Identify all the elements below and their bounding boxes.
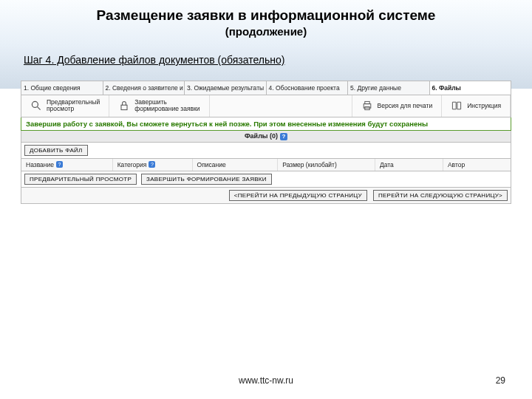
col-size-label: Размер (килобайт) [282,161,337,168]
svg-rect-2 [121,106,127,110]
svg-rect-4 [364,102,369,104]
next-page-button[interactable]: ПЕРЕЙТИ НА СЛЕДУЮЩУЮ СТРАНИЦУ> [373,190,508,201]
tab-label: 6. Файлы [432,84,461,92]
tab-applicant[interactable]: 2. Сведения о заявителе и исполнителях [103,81,185,95]
book-icon [451,100,463,112]
tab-bar: 1. Общие сведения 2. Сведения о заявител… [21,81,511,95]
prev-page-button[interactable]: <ПЕРЕЙТИ НА ПРЕДЫДУЩУЮ СТРАНИЦУ [229,190,367,201]
finish-button[interactable]: Завершить формирование заявки [109,95,209,117]
page-title: Размещение заявки в информационной систе… [21,7,511,24]
preview-btn-bottom[interactable]: ПРЕДВАРИТЕЛЬНЫЙ ПРОСМОТР [24,174,137,185]
notice-banner: Завершив работу с заявкой, Вы сможете ве… [21,117,511,131]
toolbar: Предварительный просмотр Завершить форми… [21,95,511,117]
finish-label: Завершить формирование заявки [134,99,200,113]
files-section-header: Файлы (0)? [21,131,511,143]
col-name: Название? [21,159,113,171]
tab-label: 5. Другие данные [350,84,401,92]
svg-point-0 [32,102,38,108]
tab-justification[interactable]: 4. Обоснование проекта [267,81,349,95]
tab-other[interactable]: 5. Другие данные [348,81,430,95]
tab-label: 1. Общие сведения [24,84,81,92]
tab-results[interactable]: 3. Ожидаемые результаты [185,81,267,95]
printer-icon [361,100,373,112]
col-author-label: Автор [448,161,465,168]
tab-general[interactable]: 1. Общие сведения [21,81,103,95]
tab-label: 3. Ожидаемые результаты [187,84,264,92]
col-date-label: Дата [380,161,394,168]
help-icon[interactable]: ? [149,161,155,168]
help-icon[interactable]: ? [280,133,287,140]
help-label: Инструкция [467,103,501,109]
lock-icon [118,100,130,112]
help-icon[interactable]: ? [56,161,63,168]
footer-url: www.ttc-nw.ru [0,375,532,386]
tab-label: 4. Обоснование проекта [269,84,340,92]
add-file-button[interactable]: ДОБАВИТЬ ФАЙЛ [24,145,88,156]
files-header-text: Файлы (0) [245,132,278,140]
bottom-actions: ПРЕДВАРИТЕЛЬНЫЙ ПРОСМОТР ЗАВЕРШИТЬ ФОРМИ… [21,171,511,188]
col-size: Размер (килобайт) [278,159,375,171]
col-desc-label: Описание [197,161,226,168]
col-date: Дата [375,159,443,171]
col-category: Категория? [113,159,193,171]
help-button[interactable]: Инструкция [442,95,511,117]
col-author: Автор [443,159,511,171]
finish-btn-bottom[interactable]: ЗАВЕРШИТЬ ФОРМИРОВАНИЕ ЗАЯВКИ [141,174,272,185]
page-subtitle: (продолжение) [21,25,511,38]
page-number: 29 [496,375,505,386]
col-category-label: Категория [117,161,147,168]
preview-button[interactable]: Предварительный просмотр [21,95,109,117]
app-window: 1. Общие сведения 2. Сведения о заявител… [21,81,511,204]
pager: <ПЕРЕЙТИ НА ПРЕДЫДУЩУЮ СТРАНИЦУ ПЕРЕЙТИ … [21,188,511,204]
col-name-label: Название [26,161,54,168]
toolbar-spacer [210,95,352,117]
file-table-header: Название? Категория? Описание Размер (ки… [21,159,511,171]
search-icon [30,100,42,112]
print-label: Версия для печати [378,103,433,109]
preview-label: Предварительный просмотр [47,99,100,113]
add-file-row: ДОБАВИТЬ ФАЙЛ [21,143,511,159]
tab-files[interactable]: 6. Файлы [430,81,511,95]
print-button[interactable]: Версия для печати [352,95,443,117]
svg-line-1 [38,107,41,110]
col-desc: Описание [193,159,279,171]
tab-label: 2. Сведения о заявителе и исполнителях [106,84,185,92]
step-label: Шаг 4. Добавление файлов документов (обя… [24,54,511,66]
